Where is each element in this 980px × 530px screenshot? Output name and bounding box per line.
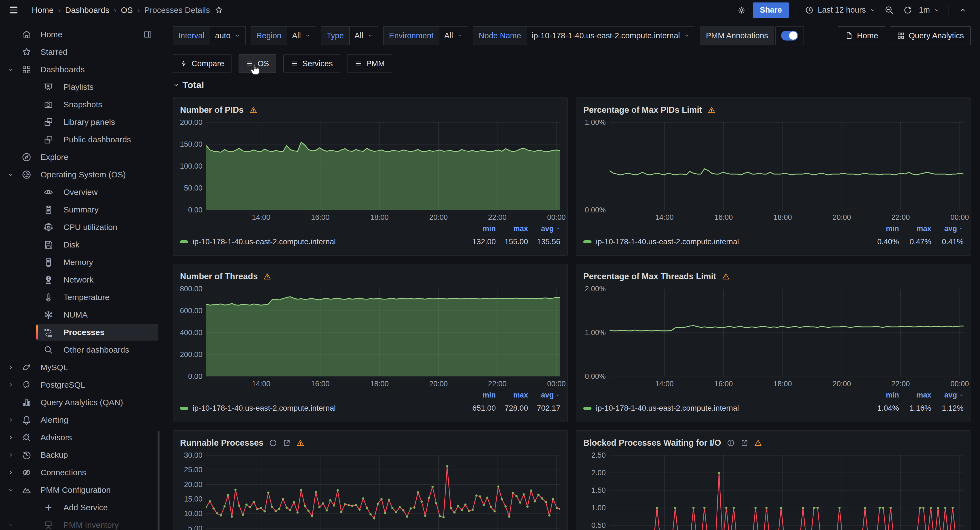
chart-plot-number-of-pids[interactable] xyxy=(206,122,560,210)
sidebar-item-mysql[interactable]: MySQL xyxy=(0,359,160,376)
sidebar-item-connections[interactable]: Connections xyxy=(0,464,160,481)
legend-stat-header-min[interactable]: min xyxy=(867,391,899,399)
sidebar-item-advisors[interactable]: Advisors xyxy=(0,429,160,446)
panel-title[interactable]: Blocked Processes Waiting for I/O xyxy=(583,438,721,448)
external-link-icon[interactable] xyxy=(740,439,749,447)
y-tick-label: 2.50 xyxy=(591,451,606,460)
sidebar-item-pmm-inventory[interactable]: PMM Inventory xyxy=(0,516,160,530)
variable-value-node-name[interactable]: ip-10-178-1-40.us-east-2.compute.interna… xyxy=(527,26,695,45)
sidebar-item-memory[interactable]: Memory xyxy=(0,254,160,271)
home-button[interactable]: Home xyxy=(838,26,885,45)
sidebar-item-summary[interactable]: Summary xyxy=(0,201,160,219)
warning-icon[interactable] xyxy=(249,106,258,114)
sidebar-item-backup[interactable]: Backup xyxy=(0,446,160,464)
refresh-interval-picker[interactable]: 1m xyxy=(919,3,942,18)
legend-stat-header-max[interactable]: max xyxy=(496,225,528,233)
sidebar-item-cpu-utilization[interactable]: CPU utilization xyxy=(0,219,160,236)
share-button[interactable]: Share xyxy=(752,2,789,18)
sidebar-item-network[interactable]: Network xyxy=(0,271,160,289)
favorite-star-icon[interactable] xyxy=(212,3,226,18)
variable-environment: EnvironmentAll xyxy=(383,26,468,45)
section-header-total[interactable]: Total xyxy=(173,79,971,91)
dashboard-link-compare-button[interactable]: Compare xyxy=(173,54,231,73)
sidebar-item-playlists[interactable]: Playlists xyxy=(0,78,160,96)
sidebar-item-other-dashboards[interactable]: Other dashboards xyxy=(0,341,160,359)
legend-stat-header-avg[interactable]: avg xyxy=(931,225,964,233)
legend-stat-header-max[interactable]: max xyxy=(899,225,931,233)
panel-title[interactable]: Number of PIDs xyxy=(180,105,244,115)
breadcrumb-item-dashboards[interactable]: Dashboards xyxy=(65,5,110,15)
external-link-icon[interactable] xyxy=(283,439,291,447)
dashboard-link-os-button[interactable]: OS xyxy=(239,54,276,73)
sidebar-item-postgresql[interactable]: PostgreSQL xyxy=(0,376,160,394)
legend-stat-header-min[interactable]: min xyxy=(463,225,496,233)
sidebar-item-temperature[interactable]: Temperature xyxy=(0,289,160,306)
sidebar-item-alerting[interactable]: Alerting xyxy=(0,411,160,429)
toggle-on-indicator xyxy=(781,31,798,40)
legend-stat-header-avg[interactable]: avg xyxy=(931,391,964,399)
info-icon[interactable] xyxy=(727,439,735,447)
breadcrumb-item-os[interactable]: OS xyxy=(121,5,133,15)
sidebar-item-disk[interactable]: Disk xyxy=(0,236,160,254)
variable-value-environment[interactable]: All xyxy=(439,26,468,45)
sidebar-item-pmm-configuration[interactable]: PMM Configuration xyxy=(0,481,160,499)
chart-plot-runnable-processes[interactable] xyxy=(206,455,560,530)
menu-toggle-icon[interactable] xyxy=(10,4,22,16)
legend-series-name[interactable]: ip-10-178-1-40.us-east-2.compute.interna… xyxy=(192,237,336,246)
refresh-icon[interactable] xyxy=(900,3,915,18)
panel-title[interactable]: Percentage of Max Threads Limit xyxy=(583,271,716,281)
sidebar-scrollbar[interactable] xyxy=(158,431,159,530)
time-range-picker[interactable]: Last 12 hours xyxy=(802,3,878,18)
panel-title[interactable]: Runnable Processes xyxy=(180,438,264,448)
sidebar-item-add-service[interactable]: Add Service xyxy=(0,499,160,516)
sidebar-item-explore[interactable]: Explore xyxy=(0,148,160,166)
warning-icon[interactable] xyxy=(296,439,304,447)
sidebar-item-dashboards[interactable]: Dashboards xyxy=(0,61,160,78)
dashboard-link-pmm-button[interactable]: PMM xyxy=(347,54,392,73)
breadcrumb-item-home[interactable]: Home xyxy=(32,5,54,15)
collapse-toolbar-caret-icon[interactable] xyxy=(955,3,970,18)
sidebar-item-library-panels[interactable]: Library panels xyxy=(0,113,160,131)
info-icon[interactable] xyxy=(269,439,277,447)
variable-value-region[interactable]: All xyxy=(287,26,316,45)
sidebar-item-processes[interactable]: Processes xyxy=(0,324,160,341)
variable-value-interval[interactable]: auto xyxy=(210,26,245,45)
dashboard-link-services-button[interactable]: Services xyxy=(283,54,340,73)
variable-selected-value: All xyxy=(444,31,453,40)
query-analytics-button[interactable]: Query Analytics xyxy=(890,26,971,45)
legend-series-name[interactable]: ip-10-178-1-40.us-east-2.compute.interna… xyxy=(192,404,336,413)
legend-stat-header-min[interactable]: min xyxy=(867,225,899,233)
legend-stat-header-max[interactable]: max xyxy=(496,391,528,399)
warning-icon[interactable] xyxy=(708,106,716,114)
chart-plot-number-of-threads[interactable] xyxy=(206,289,560,377)
warning-icon[interactable] xyxy=(754,439,762,447)
panel-title[interactable]: Number of Threads xyxy=(180,271,258,281)
dashboard-settings-gear-icon[interactable] xyxy=(734,3,749,18)
sidebar-item-starred[interactable]: Starred xyxy=(0,43,160,61)
zoom-out-icon[interactable] xyxy=(882,3,897,18)
chart-plot-percentage-of-max-pids-limit[interactable] xyxy=(609,122,964,210)
sidebar-item-public-dashboards[interactable]: Public dashboards xyxy=(0,131,160,148)
legend-stat-header-avg[interactable]: avg xyxy=(528,391,560,399)
sidebar-item-numa[interactable]: NUMA xyxy=(0,306,160,324)
legend-stat-header-max[interactable]: max xyxy=(899,391,931,399)
y-tick-label: 0.00 xyxy=(188,372,202,381)
sidebar-item-query-analytics-qan[interactable]: Query Analytics (QAN) xyxy=(0,394,160,411)
sidebar-item-overview[interactable]: Overview xyxy=(0,184,160,201)
sidebar-item-operating-system-os[interactable]: Operating System (OS) xyxy=(0,166,160,184)
x-tick-label: 20:00 xyxy=(832,213,851,222)
legend-stat-header-min[interactable]: min xyxy=(463,391,496,399)
warning-icon[interactable] xyxy=(263,272,271,281)
variable-value-type[interactable]: All xyxy=(350,26,379,45)
chart-plot-percentage-of-max-threads-limit[interactable] xyxy=(609,289,964,377)
legend-series-name[interactable]: ip-10-178-1-40.us-east-2.compute.interna… xyxy=(596,237,739,246)
legend-stat-header-avg[interactable]: avg xyxy=(528,225,560,233)
legend-series-name[interactable]: ip-10-178-1-40.us-east-2.compute.interna… xyxy=(596,404,739,413)
sidebar-item-home[interactable]: Home xyxy=(0,26,160,43)
sidebar-item-snapshots[interactable]: Snapshots xyxy=(0,96,160,113)
warning-icon[interactable] xyxy=(722,272,730,281)
panel-right-icon[interactable] xyxy=(143,30,153,39)
pmm-annotations-toggle[interactable] xyxy=(775,26,804,45)
panel-title[interactable]: Percentage of Max PIDs Limit xyxy=(583,105,702,115)
chart-plot-blocked-processes-waiting-for-i-o[interactable] xyxy=(609,455,964,530)
